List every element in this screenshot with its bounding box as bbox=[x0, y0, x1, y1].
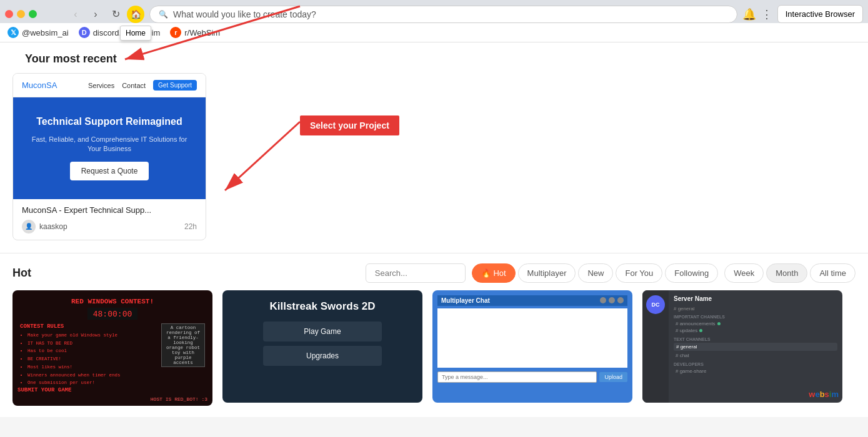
rules-title: CONTEST RULES bbox=[20, 323, 157, 330]
discord-game-share[interactable]: # game-share bbox=[674, 368, 837, 375]
thumbnail-killstreak[interactable]: Killstreak Swords 2D Play Game Upgrades bbox=[222, 290, 422, 403]
chat-header: Multiplayer Chat bbox=[437, 295, 627, 306]
author-name: kaaskop bbox=[39, 222, 67, 231]
card-footer: MuconSA - Expert Technical Supp... 👤 kaa… bbox=[13, 199, 206, 240]
discord-server-name: Server Name bbox=[674, 295, 837, 302]
avatar: 👤 bbox=[22, 220, 36, 233]
address-bar-text: What would you like to create today? bbox=[173, 9, 316, 19]
address-bar[interactable]: 🔍 What would you like to create today? bbox=[149, 6, 737, 23]
notifications-button[interactable]: 🔔 bbox=[742, 7, 756, 21]
nav-buttons: ‹ › ↻ 🏠 Home bbox=[67, 6, 144, 23]
discord-updates[interactable]: # updates bbox=[674, 327, 837, 334]
forward-button[interactable]: › bbox=[87, 6, 104, 23]
killstreak-title: Killstreak Swords 2D bbox=[269, 300, 375, 313]
submit-text: SUBMIT YOUR GAME bbox=[17, 387, 71, 393]
discord-important-header: IMPORTANT CHANNELS bbox=[674, 315, 837, 319]
contest-timer: 48:00:00 bbox=[87, 308, 137, 320]
tab-for-you[interactable]: For You bbox=[616, 263, 662, 283]
card-preview: Technical Support Reimagined Fast, Relia… bbox=[13, 97, 206, 199]
filter-tabs: 🔥 Hot Multiplayer New For You Following bbox=[472, 263, 718, 283]
hot-section: Hot 🔥 Hot Multiplayer New For You Follow… bbox=[0, 253, 868, 406]
sidebar-toggle-button[interactable] bbox=[44, 8, 62, 21]
chat-close-btn[interactable] bbox=[617, 297, 624, 303]
chat-title: Multiplayer Chat bbox=[441, 297, 490, 304]
chat-input[interactable] bbox=[437, 371, 597, 383]
reddit-link[interactable]: r r/WebSim bbox=[170, 27, 220, 38]
robot-image: A cartoon rendering of a friendly-lookin… bbox=[161, 323, 205, 367]
tab-all-time[interactable]: All time bbox=[810, 263, 856, 283]
thumbnail-red-windows[interactable]: RED WINDOWS CONTEST! 48:00:00 CONTEST RU… bbox=[12, 290, 212, 406]
reload-button[interactable]: ↻ bbox=[107, 6, 124, 23]
online-dot bbox=[717, 322, 721, 325]
discord-general-active[interactable]: # general bbox=[674, 343, 837, 351]
recent-section: Your most recent MuconSA Services Contac… bbox=[0, 42, 868, 253]
more-options-button[interactable]: ⋮ bbox=[761, 7, 772, 21]
rule-3: Has to be cool bbox=[27, 347, 157, 355]
tab-following[interactable]: Following bbox=[665, 263, 718, 283]
rule-5: Most likes wins! bbox=[27, 363, 157, 371]
hot-title: Hot bbox=[12, 267, 31, 280]
maximize-button[interactable] bbox=[29, 10, 37, 18]
discord-text-header: TEXT CHANNELS bbox=[674, 337, 837, 341]
discord-sidebar: DC bbox=[642, 290, 669, 403]
project-card[interactable]: MuconSA Services Contact Get Support Tec… bbox=[12, 73, 206, 240]
red-contest-title: RED WINDOWS CONTEST! bbox=[20, 298, 205, 305]
card-preview-title: Technical Support Reimagined bbox=[36, 116, 182, 127]
tab-multiplayer[interactable]: Multiplayer bbox=[518, 263, 576, 283]
reddit-handle: r/WebSim bbox=[184, 28, 220, 37]
thumbnails-row: RED WINDOWS CONTEST! 48:00:00 CONTEST RU… bbox=[0, 290, 868, 406]
time-tabs: Week Month All time bbox=[724, 263, 856, 283]
card-nav: Services Contact Get Support bbox=[88, 80, 197, 91]
rule-7: One submission per user! bbox=[27, 379, 157, 387]
chat-maximize-btn[interactable] bbox=[609, 297, 615, 303]
thumbnail-discord[interactable]: DC Server Name # general IMPORTANT CHANN… bbox=[642, 290, 842, 403]
nav-contact: Contact bbox=[122, 82, 146, 89]
upgrades-button[interactable]: Upgrades bbox=[263, 346, 382, 366]
tab-week[interactable]: Week bbox=[724, 263, 764, 283]
search-icon: 🔍 bbox=[159, 10, 168, 19]
minimize-button[interactable] bbox=[17, 10, 25, 18]
twitter-handle: @websim_ai bbox=[22, 28, 69, 37]
twitter-icon: 𝕏 bbox=[7, 27, 19, 38]
chat-send-button[interactable]: Upload bbox=[599, 372, 627, 382]
card-meta: 👤 kaaskop 22h bbox=[22, 220, 197, 233]
get-support-button[interactable]: Get Support bbox=[153, 80, 197, 91]
page-wrapper: ‹ › ↻ 🏠 Home bbox=[0, 0, 868, 437]
discord-server-icon[interactable]: DC bbox=[646, 295, 665, 314]
discord-channel-label: # general bbox=[674, 306, 837, 312]
tab-new[interactable]: New bbox=[578, 263, 613, 283]
thumbnail-multiplayer-chat[interactable]: Multiplayer Chat Upload bbox=[432, 290, 632, 403]
discord-announcements[interactable]: # announcements bbox=[674, 320, 837, 327]
chat-message-area bbox=[437, 308, 627, 368]
home-button[interactable]: 🏠 bbox=[127, 6, 144, 23]
tab-hot[interactable]: 🔥 Hot bbox=[472, 263, 516, 283]
discord-chat-channel[interactable]: # chat bbox=[674, 352, 837, 359]
main-content: Your most recent MuconSA Services Contac… bbox=[0, 42, 868, 417]
card-author: 👤 kaaskop bbox=[22, 220, 67, 233]
card-site-name: MuconSA bbox=[22, 81, 57, 90]
reddit-icon: r bbox=[170, 27, 181, 38]
tab-bar: ‹ › ↻ 🏠 Home bbox=[0, 0, 868, 23]
hot-header: Hot 🔥 Hot Multiplayer New For You Follow… bbox=[0, 253, 868, 290]
close-button[interactable] bbox=[5, 10, 13, 18]
card-preview-subtitle: Fast, Reliable, and Comprehensive IT Sol… bbox=[26, 135, 193, 154]
twitter-link[interactable]: 𝕏 @websim_ai bbox=[7, 27, 69, 38]
discord-icon: D bbox=[79, 27, 90, 38]
online-dot-2 bbox=[699, 329, 702, 332]
search-filter-row: 🔥 Hot Multiplayer New For You Following … bbox=[366, 263, 856, 283]
rule-6: Winners announced when timer ends bbox=[27, 371, 157, 380]
nav-services: Services bbox=[88, 82, 114, 89]
rule-2: IT HAS TO BE RED bbox=[27, 340, 157, 348]
request-quote-button[interactable]: Request a Quote bbox=[70, 162, 149, 180]
chat-window-controls bbox=[600, 297, 624, 303]
play-game-button[interactable]: Play Game bbox=[263, 322, 382, 341]
discord-channel-list: Server Name # general IMPORTANT CHANNELS… bbox=[669, 290, 842, 403]
chat-minimize-btn[interactable] bbox=[600, 297, 606, 303]
discord-dev-header: DEVELOPERS bbox=[674, 362, 837, 366]
back-button[interactable]: ‹ bbox=[67, 6, 84, 23]
card-time: 22h bbox=[184, 222, 197, 231]
interactive-browser-button[interactable]: Interactive Browser bbox=[777, 5, 863, 23]
websim-logo: websim bbox=[809, 390, 839, 399]
tab-month[interactable]: Month bbox=[766, 263, 807, 283]
hot-search-input[interactable] bbox=[366, 263, 466, 283]
